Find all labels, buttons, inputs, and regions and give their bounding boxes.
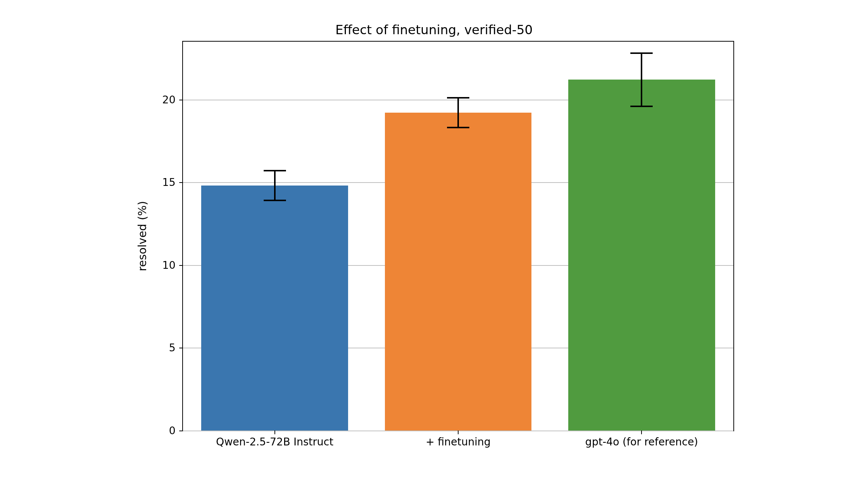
error-bar-cap xyxy=(264,170,286,171)
error-bar xyxy=(457,98,459,128)
chart-title: Effect of finetuning, verified-50 xyxy=(134,22,734,37)
bar xyxy=(568,80,715,431)
error-bar-cap xyxy=(630,52,653,54)
x-tick-label: + finetuning xyxy=(426,436,491,448)
plot-area: resolved (%) 05101520Qwen-2.5-72B Instru… xyxy=(182,41,734,431)
bar xyxy=(385,113,532,431)
y-tick-label: 10 xyxy=(162,259,176,271)
error-bar xyxy=(641,53,642,106)
y-tick-mark xyxy=(179,431,183,431)
y-tick-label: 0 xyxy=(169,425,176,437)
chart-container: Effect of finetuning, verified-50 resolv… xyxy=(134,22,734,471)
y-tick-mark xyxy=(179,100,183,100)
x-tick-mark xyxy=(641,431,642,434)
chart-stage: Effect of finetuning, verified-50 resolv… xyxy=(0,0,868,493)
y-tick-mark xyxy=(179,182,183,183)
y-axis-label: resolved (%) xyxy=(136,201,149,271)
y-tick-label: 5 xyxy=(169,342,176,354)
x-tick-mark xyxy=(458,431,459,434)
y-tick-label: 15 xyxy=(162,176,176,188)
error-bar xyxy=(274,171,276,200)
y-tick-mark xyxy=(179,265,183,266)
error-bar-cap xyxy=(630,106,653,107)
x-tick-mark xyxy=(274,431,275,434)
bar xyxy=(201,186,348,431)
x-tick-label: Qwen-2.5-72B Instruct xyxy=(216,436,334,448)
error-bar-cap xyxy=(447,127,469,128)
y-tick-mark xyxy=(179,348,183,348)
x-tick-label: gpt-4o (for reference) xyxy=(585,436,698,448)
error-bar-cap xyxy=(447,97,469,99)
error-bar-cap xyxy=(264,200,286,201)
y-tick-label: 20 xyxy=(162,93,176,106)
